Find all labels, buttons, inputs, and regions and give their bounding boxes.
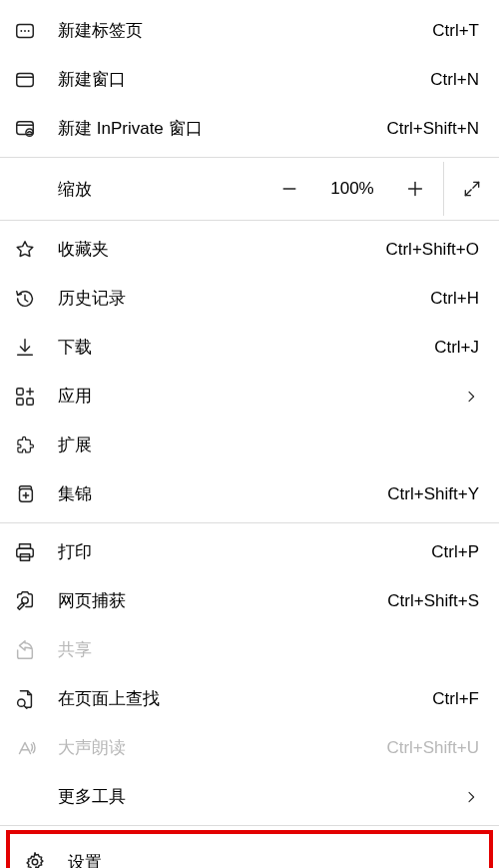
menu-item-new-inprivate[interactable]: 新建 InPrivate 窗口 Ctrl+Shift+N	[0, 104, 499, 153]
chevron-right-icon	[463, 789, 485, 805]
menu-label: 新建窗口	[58, 68, 430, 91]
menu-item-read-aloud: 大声朗读 Ctrl+Shift+U	[0, 723, 499, 772]
menu-label: 大声朗读	[58, 736, 386, 759]
chevron-right-icon	[463, 389, 485, 405]
menu-label: 更多工具	[58, 785, 463, 808]
menu-label: 下载	[58, 336, 434, 359]
new-tab-icon	[14, 20, 58, 42]
svg-rect-18	[17, 398, 23, 404]
settings-icon	[24, 851, 68, 868]
svg-point-2	[24, 30, 26, 32]
find-icon	[14, 688, 58, 710]
download-icon	[14, 337, 58, 359]
separator	[0, 825, 499, 826]
menu-label: 在页面上查找	[58, 687, 432, 710]
menu-item-share: 共享	[0, 625, 499, 674]
zoom-out-button[interactable]	[261, 162, 317, 216]
svg-line-13	[465, 190, 471, 196]
collections-icon	[14, 483, 58, 505]
menu-item-find[interactable]: 在页面上查找 Ctrl+F	[0, 674, 499, 723]
read-aloud-icon	[14, 737, 58, 759]
zoom-value: 100%	[317, 179, 387, 199]
browser-overflow-menu: 新建标签页 Ctrl+T 新建窗口 Ctrl+N 新建 InPrivate 窗口…	[0, 0, 499, 868]
svg-line-12	[472, 182, 478, 188]
menu-label: 集锦	[58, 482, 387, 505]
svg-rect-16	[17, 388, 23, 394]
menu-shortcut: Ctrl+Shift+O	[385, 240, 485, 260]
menu-label: 新建标签页	[58, 19, 432, 42]
menu-item-favorites[interactable]: 收藏夹 Ctrl+Shift+O	[0, 225, 499, 274]
menu-label: 新建 InPrivate 窗口	[58, 117, 386, 140]
menu-item-apps[interactable]: 应用	[0, 372, 499, 421]
zoom-row: 缩放 100%	[0, 162, 499, 216]
menu-item-new-window[interactable]: 新建窗口 Ctrl+N	[0, 55, 499, 104]
zoom-in-button[interactable]	[387, 162, 443, 216]
menu-shortcut: Ctrl+Shift+Y	[387, 484, 485, 504]
menu-shortcut: Ctrl+Shift+U	[386, 738, 485, 758]
menu-item-extensions[interactable]: 扩展	[0, 421, 499, 469]
menu-label: 打印	[58, 540, 431, 563]
menu-label: 收藏夹	[58, 238, 385, 261]
web-capture-icon	[14, 590, 58, 612]
menu-item-new-tab[interactable]: 新建标签页 Ctrl+T	[0, 6, 499, 55]
menu-label: 网页捕获	[58, 589, 387, 612]
menu-shortcut: Ctrl+Shift+S	[387, 591, 485, 611]
svg-rect-4	[17, 73, 34, 86]
menu-label: 共享	[58, 638, 485, 661]
menu-label: 历史记录	[58, 287, 430, 310]
menu-shortcut: Ctrl+T	[432, 21, 485, 41]
menu-item-history[interactable]: 历史记录 Ctrl+H	[0, 274, 499, 323]
menu-label: 扩展	[58, 434, 485, 456]
separator	[0, 157, 499, 158]
print-icon	[14, 541, 58, 563]
svg-point-3	[28, 30, 30, 32]
separator	[0, 522, 499, 523]
share-icon	[14, 639, 58, 661]
zoom-label: 缩放	[58, 178, 190, 201]
menu-label: 应用	[58, 385, 463, 408]
separator	[0, 220, 499, 221]
menu-item-web-capture[interactable]: 网页捕获 Ctrl+Shift+S	[0, 576, 499, 625]
svg-rect-17	[27, 398, 33, 404]
menu-item-settings[interactable]: 设置	[10, 834, 489, 868]
menu-item-collections[interactable]: 集锦 Ctrl+Shift+Y	[0, 469, 499, 518]
extensions-icon	[14, 434, 58, 456]
menu-shortcut: Ctrl+J	[434, 338, 485, 358]
apps-icon	[14, 386, 58, 408]
fullscreen-button[interactable]	[443, 162, 499, 216]
favorites-icon	[14, 239, 58, 261]
menu-item-print[interactable]: 打印 Ctrl+P	[0, 527, 499, 576]
menu-shortcut: Ctrl+N	[430, 70, 485, 90]
menu-shortcut: Ctrl+F	[432, 689, 485, 709]
svg-point-31	[32, 859, 38, 865]
history-icon	[14, 288, 58, 310]
menu-shortcut: Ctrl+Shift+N	[386, 119, 485, 139]
svg-line-29	[24, 705, 27, 708]
highlight-annotation: 设置	[6, 830, 493, 868]
menu-label: 设置	[68, 851, 475, 869]
new-window-icon	[14, 69, 58, 91]
menu-shortcut: Ctrl+P	[431, 542, 485, 562]
inprivate-icon	[14, 118, 58, 140]
svg-point-1	[20, 30, 22, 32]
menu-shortcut: Ctrl+H	[430, 289, 485, 309]
svg-rect-25	[17, 548, 34, 556]
menu-item-more-tools[interactable]: 更多工具	[0, 772, 499, 821]
menu-item-downloads[interactable]: 下载 Ctrl+J	[0, 323, 499, 372]
